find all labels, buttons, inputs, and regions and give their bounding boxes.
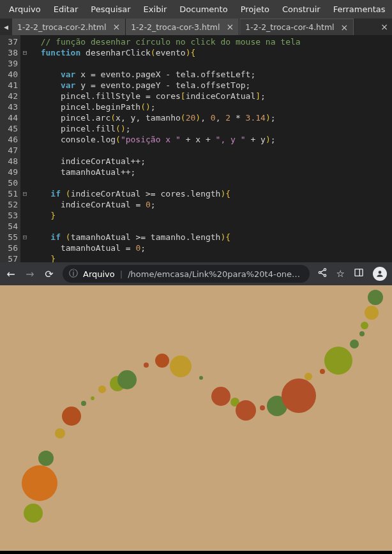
- canvas-circle: [22, 465, 57, 501]
- menu-item[interactable]: Exibir: [137, 2, 174, 17]
- url-box[interactable]: ⓘ Arquivo | /home/emcasa/Link%20para%20t…: [63, 265, 310, 283]
- tab-label: 1-2-2_troca-cor-3.html: [131, 22, 220, 32]
- canvas-circle: [98, 386, 106, 393]
- tab-scroll-left-icon[interactable]: ◂: [0, 22, 12, 32]
- canvas-circle: [24, 504, 43, 523]
- canvas-circle: [305, 373, 312, 380]
- code-area[interactable]: // função desenhar círculo no click do m…: [29, 35, 392, 262]
- canvas-circle: [117, 370, 137, 389]
- canvas-circle: [260, 405, 265, 410]
- canvas-circle: [320, 369, 325, 374]
- menubar: ArquivoEditarPesquisarExibirDocumentoPro…: [0, 0, 392, 19]
- canvas-circle: [282, 378, 316, 413]
- url-separator: |: [120, 269, 123, 279]
- tab-label: 1-2-2_troca-cor-4.html: [245, 22, 334, 32]
- svg-point-7: [379, 271, 382, 274]
- canvas-circle: [359, 331, 365, 336]
- tab[interactable]: 1-2-2_troca-cor-2.html×: [12, 19, 126, 35]
- canvas-circle: [81, 401, 86, 406]
- canvas-circle: [62, 407, 81, 426]
- back-icon[interactable]: ←: [5, 268, 17, 280]
- share-icon[interactable]: [317, 267, 328, 280]
- svg-rect-5: [355, 269, 363, 276]
- canvas-circle: [144, 363, 149, 368]
- site-info-icon[interactable]: ⓘ: [69, 268, 78, 280]
- svg-line-3: [320, 270, 324, 272]
- fold-column[interactable]: ⊟ ⊟ ⊟: [20, 35, 29, 262]
- bookmark-star-icon[interactable]: ☆: [336, 268, 345, 280]
- menu-item[interactable]: Arquivo: [3, 2, 47, 17]
- canvas-circle: [211, 387, 230, 406]
- url-path: /home/emcasa/Link%20para%20t4-one…: [128, 269, 300, 279]
- code-editor[interactable]: 3738394041424344454647484950515253545556…: [0, 35, 392, 262]
- url-scheme-label: Arquivo: [83, 269, 115, 279]
- canvas-circle: [155, 354, 169, 368]
- canvas-circle: [324, 347, 352, 375]
- canvas-circle: [361, 322, 368, 329]
- reload-icon[interactable]: ⟳: [43, 268, 55, 280]
- svg-line-4: [320, 273, 324, 275]
- tab[interactable]: 1-2-2_troca-cor-3.html×: [126, 19, 239, 35]
- canvas-circle: [365, 306, 379, 320]
- menu-item[interactable]: Documento: [173, 2, 234, 17]
- canvas-circle: [170, 356, 192, 377]
- canvas-circle: [55, 428, 65, 438]
- canvas-circle: [38, 451, 54, 466]
- browser-toolbar: ← → ⟳ ⓘ Arquivo | /home/emcasa/Link%20pa…: [0, 262, 392, 285]
- menu-item[interactable]: Ferramentas: [327, 2, 392, 17]
- drawing-canvas[interactable]: [0, 285, 392, 551]
- menu-item[interactable]: Pesquisar: [84, 2, 137, 17]
- panel-icon[interactable]: [354, 267, 364, 280]
- menu-item[interactable]: Projeto: [234, 2, 276, 17]
- canvas-circle: [350, 340, 359, 348]
- tab-label: 1-2-2_troca-cor-2.html: [17, 22, 106, 32]
- canvas-circle: [236, 400, 256, 421]
- menu-item[interactable]: Editar: [47, 2, 85, 17]
- tab-close-icon[interactable]: ×: [226, 22, 234, 32]
- line-number-gutter: 3738394041424344454647484950515253545556…: [0, 35, 20, 262]
- profile-avatar-icon[interactable]: [373, 267, 387, 281]
- canvas-circle: [368, 290, 383, 305]
- tab[interactable]: 1-2-2_troca-cor-4.html×: [239, 19, 354, 35]
- menu-item[interactable]: Construir: [276, 2, 327, 17]
- tab-bar: ◂ 1-2-2_troca-cor-2.html×1-2-2_troca-cor…: [0, 19, 392, 35]
- tab-close-icon[interactable]: ×: [112, 22, 120, 32]
- toolbar-right-cluster: ☆: [317, 267, 387, 281]
- forward-icon[interactable]: →: [24, 268, 36, 280]
- tab-close-icon[interactable]: ×: [341, 22, 349, 33]
- tab-close-icon[interactable]: ×: [377, 22, 392, 32]
- canvas-circle: [199, 376, 203, 380]
- canvas-circle: [91, 396, 94, 400]
